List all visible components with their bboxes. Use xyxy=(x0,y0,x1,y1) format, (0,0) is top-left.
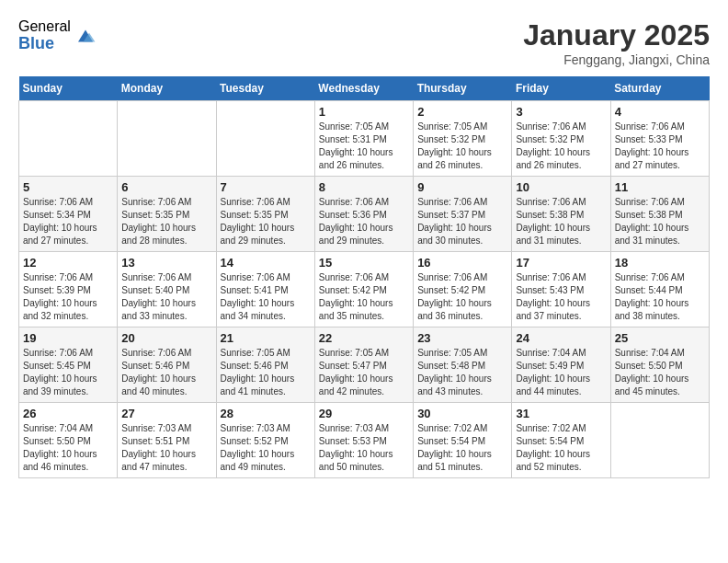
calendar-cell: 7Sunrise: 7:06 AM Sunset: 5:35 PM Daylig… xyxy=(216,177,314,252)
day-info: Sunrise: 7:05 AM Sunset: 5:47 PM Dayligh… xyxy=(319,347,409,398)
day-number: 27 xyxy=(121,407,211,420)
calendar-cell: 1Sunrise: 7:05 AM Sunset: 5:31 PM Daylig… xyxy=(314,101,413,177)
day-number: 9 xyxy=(417,180,507,194)
day-info: Sunrise: 7:04 AM Sunset: 5:50 PM Dayligh… xyxy=(23,422,113,474)
day-number: 29 xyxy=(319,407,409,420)
calendar-cell: 23Sunrise: 7:05 AM Sunset: 5:48 PM Dayli… xyxy=(414,327,512,403)
day-info: Sunrise: 7:03 AM Sunset: 5:53 PM Dayligh… xyxy=(319,422,409,474)
calendar-cell: 3Sunrise: 7:06 AM Sunset: 5:32 PM Daylig… xyxy=(512,101,610,177)
page-header: General Blue January 2025 Fenggang, Jian… xyxy=(18,18,710,67)
calendar-cell: 20Sunrise: 7:06 AM Sunset: 5:46 PM Dayli… xyxy=(118,327,216,403)
weekday-header-row: SundayMondayTuesdayWednesdayThursdayFrid… xyxy=(19,76,710,101)
day-number: 19 xyxy=(23,331,113,345)
calendar-cell: 30Sunrise: 7:02 AM Sunset: 5:54 PM Dayli… xyxy=(414,403,512,478)
day-info: Sunrise: 7:06 AM Sunset: 5:35 PM Dayligh… xyxy=(121,196,211,247)
calendar-cell: 24Sunrise: 7:04 AM Sunset: 5:49 PM Dayli… xyxy=(512,327,610,403)
day-info: Sunrise: 7:04 AM Sunset: 5:50 PM Dayligh… xyxy=(615,347,705,398)
day-number: 4 xyxy=(615,105,705,119)
day-info: Sunrise: 7:06 AM Sunset: 5:36 PM Dayligh… xyxy=(319,196,409,247)
weekday-header-monday: Monday xyxy=(118,76,216,101)
calendar-cell xyxy=(118,101,216,177)
day-info: Sunrise: 7:06 AM Sunset: 5:46 PM Dayligh… xyxy=(121,347,211,398)
month-title: January 2025 xyxy=(523,18,710,52)
calendar-cell: 17Sunrise: 7:06 AM Sunset: 5:43 PM Dayli… xyxy=(512,252,610,327)
day-number: 13 xyxy=(121,256,211,270)
day-number: 6 xyxy=(121,180,211,194)
day-info: Sunrise: 7:06 AM Sunset: 5:40 PM Dayligh… xyxy=(121,271,211,323)
day-number: 28 xyxy=(221,407,311,420)
calendar-cell xyxy=(19,101,118,177)
day-number: 30 xyxy=(417,407,507,420)
day-info: Sunrise: 7:06 AM Sunset: 5:42 PM Dayligh… xyxy=(417,271,507,323)
day-info: Sunrise: 7:06 AM Sunset: 5:39 PM Dayligh… xyxy=(23,271,113,323)
day-info: Sunrise: 7:03 AM Sunset: 5:52 PM Dayligh… xyxy=(221,422,311,474)
day-number: 14 xyxy=(221,256,311,270)
day-number: 7 xyxy=(221,180,311,194)
day-info: Sunrise: 7:02 AM Sunset: 5:54 PM Dayligh… xyxy=(516,422,606,474)
calendar-cell: 10Sunrise: 7:06 AM Sunset: 5:38 PM Dayli… xyxy=(512,177,610,252)
day-number: 11 xyxy=(615,180,705,194)
day-number: 22 xyxy=(319,331,409,345)
calendar-cell: 19Sunrise: 7:06 AM Sunset: 5:45 PM Dayli… xyxy=(19,327,118,403)
calendar-cell xyxy=(610,403,709,478)
logo-icon xyxy=(74,25,97,47)
day-number: 15 xyxy=(319,256,409,270)
weekday-header-sunday: Sunday xyxy=(19,76,118,101)
day-number: 20 xyxy=(121,331,211,345)
weekday-header-tuesday: Tuesday xyxy=(216,76,314,101)
calendar-cell: 9Sunrise: 7:06 AM Sunset: 5:37 PM Daylig… xyxy=(414,177,512,252)
day-number: 1 xyxy=(319,105,409,119)
calendar-cell: 15Sunrise: 7:06 AM Sunset: 5:42 PM Dayli… xyxy=(314,252,413,327)
day-info: Sunrise: 7:06 AM Sunset: 5:42 PM Dayligh… xyxy=(319,271,409,323)
location: Fenggang, Jiangxi, China xyxy=(523,52,710,67)
calendar-cell: 5Sunrise: 7:06 AM Sunset: 5:34 PM Daylig… xyxy=(19,177,118,252)
calendar-cell: 27Sunrise: 7:03 AM Sunset: 5:51 PM Dayli… xyxy=(118,403,216,478)
day-info: Sunrise: 7:02 AM Sunset: 5:54 PM Dayligh… xyxy=(417,422,507,474)
calendar-cell: 11Sunrise: 7:06 AM Sunset: 5:38 PM Dayli… xyxy=(610,177,709,252)
day-number: 12 xyxy=(23,256,113,270)
day-number: 31 xyxy=(516,407,606,420)
day-info: Sunrise: 7:06 AM Sunset: 5:41 PM Dayligh… xyxy=(221,271,311,323)
day-info: Sunrise: 7:05 AM Sunset: 5:48 PM Dayligh… xyxy=(417,347,507,398)
day-number: 5 xyxy=(23,180,113,194)
calendar-cell: 8Sunrise: 7:06 AM Sunset: 5:36 PM Daylig… xyxy=(314,177,413,252)
day-info: Sunrise: 7:06 AM Sunset: 5:32 PM Dayligh… xyxy=(516,121,606,172)
calendar-cell: 29Sunrise: 7:03 AM Sunset: 5:53 PM Dayli… xyxy=(314,403,413,478)
day-info: Sunrise: 7:06 AM Sunset: 5:33 PM Dayligh… xyxy=(615,121,705,172)
weekday-header-saturday: Saturday xyxy=(610,76,709,101)
logo-general: General xyxy=(18,18,71,35)
calendar-cell: 22Sunrise: 7:05 AM Sunset: 5:47 PM Dayli… xyxy=(314,327,413,403)
calendar-cell: 14Sunrise: 7:06 AM Sunset: 5:41 PM Dayli… xyxy=(216,252,314,327)
calendar-cell: 16Sunrise: 7:06 AM Sunset: 5:42 PM Dayli… xyxy=(414,252,512,327)
calendar-cell: 4Sunrise: 7:06 AM Sunset: 5:33 PM Daylig… xyxy=(610,101,709,177)
week-row-2: 5Sunrise: 7:06 AM Sunset: 5:34 PM Daylig… xyxy=(19,177,710,252)
day-number: 3 xyxy=(516,105,606,119)
logo: General Blue xyxy=(18,18,97,52)
weekday-header-wednesday: Wednesday xyxy=(314,76,413,101)
calendar-cell: 2Sunrise: 7:05 AM Sunset: 5:32 PM Daylig… xyxy=(414,101,512,177)
week-row-5: 26Sunrise: 7:04 AM Sunset: 5:50 PM Dayli… xyxy=(19,403,710,478)
day-info: Sunrise: 7:05 AM Sunset: 5:31 PM Dayligh… xyxy=(319,121,409,172)
day-number: 21 xyxy=(221,331,311,345)
calendar-cell: 13Sunrise: 7:06 AM Sunset: 5:40 PM Dayli… xyxy=(118,252,216,327)
day-number: 17 xyxy=(516,256,606,270)
day-number: 24 xyxy=(516,331,606,345)
calendar-table: SundayMondayTuesdayWednesdayThursdayFrid… xyxy=(18,76,710,478)
logo-blue: Blue xyxy=(18,35,71,53)
day-number: 2 xyxy=(417,105,507,119)
day-info: Sunrise: 7:05 AM Sunset: 5:32 PM Dayligh… xyxy=(417,121,507,172)
title-block: January 2025 Fenggang, Jiangxi, China xyxy=(523,18,710,67)
day-info: Sunrise: 7:06 AM Sunset: 5:34 PM Dayligh… xyxy=(23,196,113,247)
calendar-cell: 21Sunrise: 7:05 AM Sunset: 5:46 PM Dayli… xyxy=(216,327,314,403)
day-number: 25 xyxy=(615,331,705,345)
week-row-1: 1Sunrise: 7:05 AM Sunset: 5:31 PM Daylig… xyxy=(19,101,710,177)
day-number: 8 xyxy=(319,180,409,194)
day-number: 18 xyxy=(615,256,705,270)
day-number: 10 xyxy=(516,180,606,194)
week-row-4: 19Sunrise: 7:06 AM Sunset: 5:45 PM Dayli… xyxy=(19,327,710,403)
day-info: Sunrise: 7:06 AM Sunset: 5:38 PM Dayligh… xyxy=(615,196,705,247)
day-info: Sunrise: 7:04 AM Sunset: 5:49 PM Dayligh… xyxy=(516,347,606,398)
day-info: Sunrise: 7:05 AM Sunset: 5:46 PM Dayligh… xyxy=(221,347,311,398)
day-info: Sunrise: 7:06 AM Sunset: 5:44 PM Dayligh… xyxy=(615,271,705,323)
calendar-cell: 31Sunrise: 7:02 AM Sunset: 5:54 PM Dayli… xyxy=(512,403,610,478)
